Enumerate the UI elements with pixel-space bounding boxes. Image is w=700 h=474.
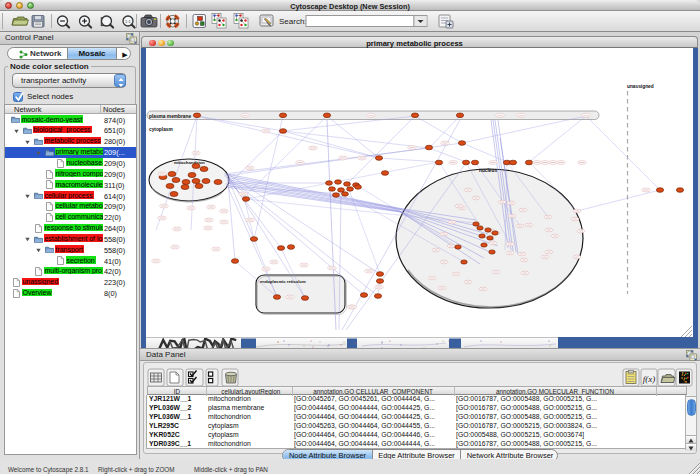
svg-text:endoplasmic reticulum: endoplasmic reticulum	[260, 279, 306, 284]
svg-text:Search:: Search:	[279, 17, 307, 26]
svg-text:plasma membrane: plasma membrane	[149, 114, 191, 119]
svg-text:cytoplasm: cytoplasm	[149, 127, 173, 132]
svg-text:unassigned: unassigned	[627, 84, 654, 89]
svg-text:mitochondrion: mitochondrion	[174, 160, 205, 165]
svg-text:1:1: 1:1	[125, 19, 131, 24]
svg-text:f(x): f(x)	[643, 374, 656, 384]
svg-text:nucleus: nucleus	[479, 168, 497, 173]
